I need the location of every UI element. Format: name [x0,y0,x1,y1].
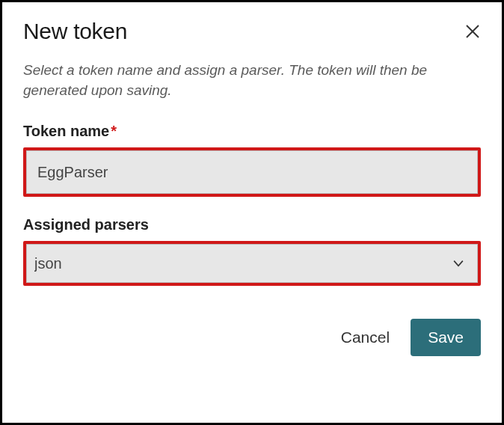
close-icon[interactable] [464,23,481,43]
required-asterisk: * [111,123,117,139]
save-button[interactable]: Save [411,319,481,356]
token-name-highlight [23,147,481,197]
dialog-description: Select a token name and assign a parser.… [23,61,481,100]
token-name-field-group: Token name* [23,123,481,197]
token-name-label-text: Token name [23,123,109,139]
assigned-parsers-highlight [23,241,481,286]
dialog-header: New token [23,19,481,44]
assigned-parsers-label: Assigned parsers [23,216,481,233]
dialog-button-row: Cancel Save [23,319,481,356]
token-name-label: Token name* [23,123,481,140]
assigned-parsers-field-group: Assigned parsers [23,216,481,286]
cancel-button[interactable]: Cancel [341,328,390,346]
dialog-title: New token [23,19,127,44]
assigned-parsers-select[interactable] [26,244,478,283]
token-name-input[interactable] [26,150,478,194]
